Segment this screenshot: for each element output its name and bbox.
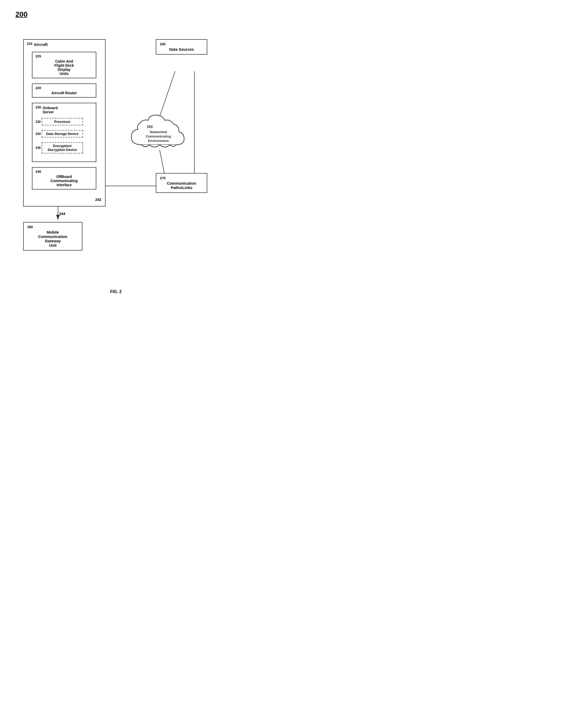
router-box: 220 Aircraft Router — [32, 84, 96, 98]
mobile-box: 280 MobileCommunicationGatewayUnit — [23, 222, 82, 251]
mobile-number: 280 — [27, 225, 78, 229]
label-242: 242 — [95, 198, 101, 202]
encryption-box: Encryption/ Decryption Device — [42, 142, 83, 154]
offboard-box: 240 OffBoardCommunicatingInterface — [32, 167, 96, 190]
page-title: 200 — [15, 10, 216, 19]
aircraft-number: 210 — [27, 42, 32, 45]
fig-label: FIG. 2 — [110, 290, 122, 294]
processor-title: Processor — [44, 120, 80, 124]
svg-text:Networked: Networked — [150, 130, 167, 134]
onboard-box: 230 OnboardServer 232 Processor 234 Data… — [32, 103, 96, 162]
encryption-number: 236 — [36, 146, 41, 150]
cloud-container: 260 Networked Communicating Environment — [126, 111, 191, 156]
processor-number: 232 — [36, 120, 41, 124]
onboard-number: 230 — [36, 105, 41, 109]
comm-paths-box: 270 CommunicationPaths/Links — [156, 173, 207, 193]
router-number: 220 — [36, 86, 93, 90]
cabin-box: 225 Cabin AndFlight DeckDisplayUnits — [32, 52, 96, 78]
svg-text:Environment: Environment — [148, 139, 169, 143]
router-title: Aircraft Router — [36, 91, 93, 95]
aircraft-box: 210 Aircraft 225 Cabin AndFlight DeckDis… — [23, 39, 106, 206]
svg-text:260: 260 — [147, 125, 153, 129]
mobile-title: MobileCommunicationGatewayUnit — [27, 230, 78, 247]
comm-paths-number: 270 — [160, 176, 203, 180]
data-sources-number: 250 — [160, 42, 203, 46]
aircraft-title: Aircraft — [34, 42, 48, 46]
encryption-title: Encryption/ Decryption Device — [44, 144, 80, 152]
offboard-title: OffBoardCommunicatingInterface — [36, 175, 93, 187]
comm-paths-title: CommunicationPaths/Links — [160, 181, 203, 190]
label-244: 244 — [59, 212, 65, 216]
cabin-number: 225 — [36, 54, 93, 58]
data-storage-number: 234 — [36, 132, 41, 136]
onboard-title: OnboardServer — [43, 106, 58, 114]
processor-box: Processor — [42, 118, 83, 125]
data-sources-title: Data Sources — [160, 47, 203, 52]
data-sources-box: 250 Data Sources — [156, 39, 207, 55]
svg-text:Communicating: Communicating — [146, 134, 171, 138]
data-storage-title: Data Storage Device — [44, 132, 80, 136]
data-storage-box: Data Storage Device — [42, 130, 83, 137]
offboard-number: 240 — [36, 170, 93, 173]
cabin-title: Cabin AndFlight DeckDisplayUnits — [36, 59, 93, 76]
